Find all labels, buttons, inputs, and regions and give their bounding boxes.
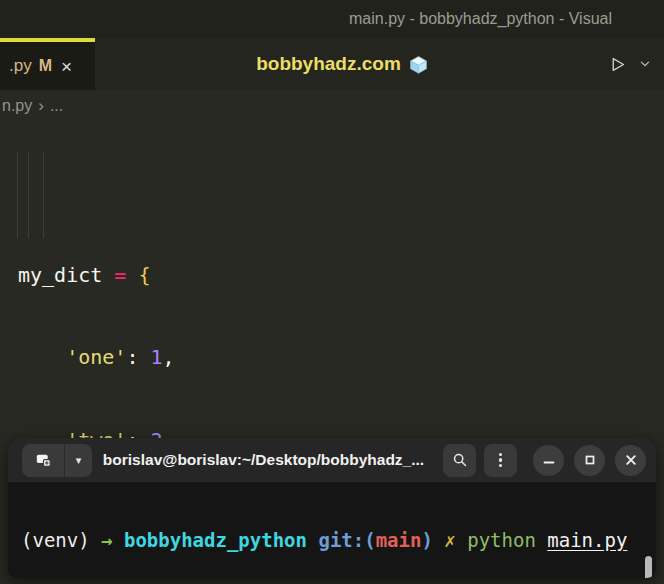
tab-close-icon[interactable]: × (61, 57, 72, 76)
new-tab-button[interactable] (22, 444, 64, 477)
terminal-menu-button[interactable] (484, 444, 517, 477)
chevron-down-icon: ▾ (76, 454, 82, 467)
editor-tab-bar: .py M × bobbyhadz.com (0, 38, 664, 90)
group-title-text: bobbyhadz.com (256, 53, 401, 75)
editor-actions (604, 38, 658, 90)
code-line: my_dict = { (18, 262, 664, 290)
terminal-search-button[interactable] (443, 444, 476, 477)
breadcrumb-file[interactable]: n.py (2, 97, 32, 115)
terminal-window: ▾ borislav@borislav:~/Desktop/bobbyhadz_… (8, 438, 656, 578)
indent-guide (28, 152, 29, 238)
tab-label: .py (9, 56, 32, 76)
close-icon (625, 454, 637, 466)
window-titlebar: main.py - bobbyhadz_python - Visual (0, 0, 664, 38)
minimize-icon (543, 454, 555, 466)
tab-main-py[interactable]: .py M × (0, 38, 95, 90)
ice-cube-icon (409, 55, 428, 74)
modified-badge: M (39, 57, 52, 75)
vscode-window: main.py - bobbyhadz_python - Visual .py … (0, 0, 664, 584)
editor-group-title: bobbyhadz.com (95, 38, 589, 90)
indent-guide (17, 152, 18, 238)
code-line: 'one': 1, (18, 344, 664, 372)
indent-guide (43, 152, 44, 238)
terminal-line: (venv) → bobbyhadz_python git:(main) ✗ p… (21, 530, 656, 552)
terminal-scrollbar[interactable] (645, 556, 652, 578)
terminal-title: borislav@borislav:~/Desktop/bobbyhadz_..… (92, 451, 435, 469)
new-terminal-tab-split-button: ▾ (22, 444, 92, 477)
search-icon (452, 452, 468, 468)
kebab-menu-icon (499, 450, 503, 469)
code-editor[interactable]: my_dict = { 'one': 1, 'two': 2, 'three':… (0, 122, 664, 438)
terminal-tab-dropdown-button[interactable]: ▾ (64, 444, 92, 477)
chevron-right-icon: › (38, 96, 44, 116)
run-dropdown-chevron-icon[interactable] (632, 51, 658, 77)
run-python-file-button[interactable] (604, 51, 630, 77)
new-terminal-tab-icon (35, 453, 52, 468)
window-controls (523, 445, 646, 476)
terminal-content[interactable]: (venv) → bobbyhadz_python git:(main) ✗ p… (8, 482, 656, 578)
maximize-icon (584, 454, 596, 466)
close-button[interactable] (615, 445, 646, 476)
minimize-button[interactable] (533, 445, 564, 476)
breadcrumb-symbol[interactable]: ... (50, 97, 63, 115)
window-title: main.py - bobbyhadz_python - Visual (349, 10, 612, 28)
terminal-titlebar: ▾ borislav@borislav:~/Desktop/bobbyhadz_… (8, 438, 656, 482)
breadcrumb: n.py › ... (0, 90, 664, 122)
maximize-button[interactable] (574, 445, 605, 476)
